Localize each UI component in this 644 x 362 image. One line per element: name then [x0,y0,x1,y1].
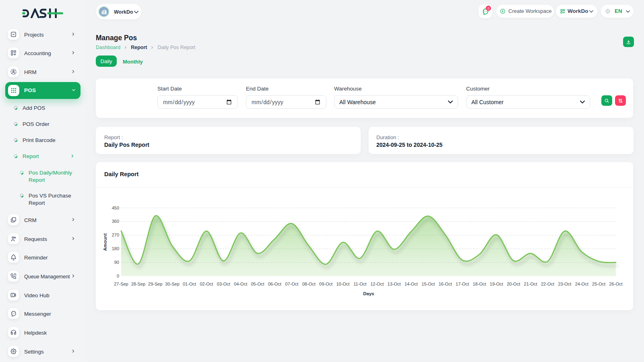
svg-text:Days: Days [363,291,374,296]
svg-text:Amount: Amount [103,233,107,251]
svg-text:29-Sep: 29-Sep [148,282,162,286]
svg-text:15-Oct: 15-Oct [421,282,435,286]
svg-text:270: 270 [112,232,119,237]
svg-text:450: 450 [112,206,119,210]
svg-text:28-Sep: 28-Sep [131,282,145,286]
svg-text:06-Oct: 06-Oct [268,282,281,286]
svg-text:04-Oct: 04-Oct [234,282,247,286]
svg-text:18-Oct: 18-Oct [473,282,486,286]
svg-text:21-Oct: 21-Oct [524,282,537,286]
svg-text:13-Oct: 13-Oct [388,282,401,286]
svg-text:08-Oct: 08-Oct [302,282,316,286]
svg-text:180: 180 [112,246,119,251]
svg-text:09-Oct: 09-Oct [319,282,332,286]
svg-text:02-Oct: 02-Oct [200,282,213,286]
svg-text:22-Oct: 22-Oct [541,282,554,286]
svg-text:90: 90 [114,260,119,265]
svg-text:10-Oct: 10-Oct [336,282,349,286]
svg-text:0: 0 [117,274,119,278]
svg-text:01-Oct: 01-Oct [183,282,196,286]
svg-text:30-Sep: 30-Sep [165,282,179,286]
svg-text:12-Oct: 12-Oct [370,282,384,286]
svg-text:360: 360 [112,219,119,224]
svg-text:11-Oct: 11-Oct [353,282,366,286]
svg-text:14-Oct: 14-Oct [405,282,418,286]
svg-text:19-Oct: 19-Oct [490,282,503,286]
svg-text:17-Oct: 17-Oct [456,282,469,286]
svg-text:05-Oct: 05-Oct [251,282,264,286]
svg-text:27-Sep: 27-Sep [114,282,128,286]
svg-text:16-Oct: 16-Oct [439,282,452,286]
svg-text:25-Oct: 25-Oct [592,282,605,286]
svg-text:24-Oct: 24-Oct [575,282,588,286]
svg-text:03-Oct: 03-Oct [217,282,230,286]
svg-text:23-Oct: 23-Oct [558,282,571,286]
svg-text:26-Oct: 26-Oct [609,282,622,286]
svg-text:07-Oct: 07-Oct [285,282,298,286]
svg-text:20-Oct: 20-Oct [507,282,520,286]
